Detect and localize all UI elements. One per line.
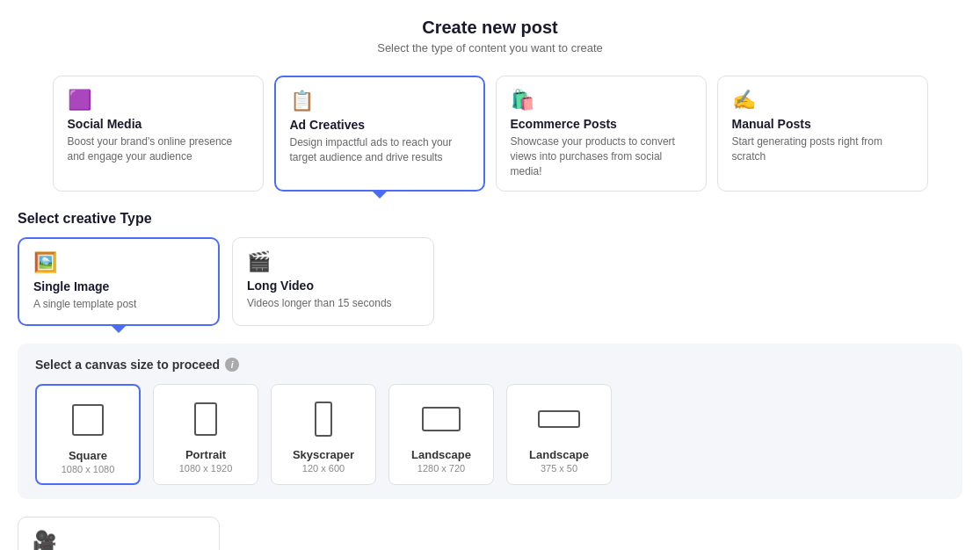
creative-type-desc-single-image: A single template post — [33, 297, 204, 312]
canvas-dims-landscape-thin: 375 x 50 — [541, 463, 577, 474]
page-subtitle: Select the type of content you want to c… — [0, 41, 980, 54]
post-type-desc-social-media: Boost your brand's online presence and e… — [68, 134, 249, 164]
short-video-icon: 🎥 — [33, 530, 205, 550]
canvas-dims-portrait: 1080 x 1920 — [179, 463, 233, 474]
canvas-dims-skyscraper: 120 x 600 — [302, 463, 345, 474]
canvas-card-landscape-wide[interactable]: Landscape 1280 x 720 — [388, 384, 494, 485]
canvas-shape-landscape-thin — [537, 397, 581, 441]
creative-type-card-single-image[interactable]: 🖼️ Single Image A single template post — [18, 237, 220, 326]
post-type-icon-social-media: 🟪 — [68, 89, 249, 112]
short-video-section: 🎥 Short Video Quick videos up to 15 seco… — [0, 508, 980, 550]
post-type-icon-ecommerce-posts: 🛍️ — [511, 89, 692, 112]
canvas-section-title: Select a canvas size to proceed i — [35, 358, 945, 372]
post-type-desc-ad-creatives: Design impactful ads to reach your targe… — [290, 135, 469, 165]
canvas-shape-skyscraper — [301, 397, 345, 441]
canvas-card-square[interactable]: Square 1080 x 1080 — [35, 384, 141, 485]
canvas-name-portrait: Portrait — [185, 448, 226, 461]
canvas-options-row: Square 1080 x 1080 Portrait 1080 x 1920 … — [35, 384, 945, 485]
page-header: Create new post Select the type of conte… — [0, 0, 980, 63]
section-creative-type-title: Select creative Type — [0, 204, 980, 237]
creative-type-icon-long-video: 🎬 — [247, 250, 419, 273]
canvas-shape-square — [66, 398, 110, 442]
post-type-title-ad-creatives: Ad Creatives — [290, 118, 469, 132]
post-type-title-social-media: Social Media — [68, 117, 249, 131]
creative-type-title-long-video: Long Video — [247, 279, 419, 293]
canvas-card-portrait[interactable]: Portrait 1080 x 1920 — [153, 384, 258, 485]
post-type-card-ad-creatives[interactable]: 📋 Ad Creatives Design impactful ads to r… — [274, 76, 485, 192]
post-type-card-ecommerce-posts[interactable]: 🛍️ Ecommerce Posts Showcase your product… — [496, 76, 707, 192]
post-type-icon-ad-creatives: 📋 — [290, 90, 469, 112]
canvas-card-landscape-thin[interactable]: Landscape 375 x 50 — [506, 384, 612, 485]
short-video-card[interactable]: 🎥 Short Video Quick videos up to 15 seco… — [18, 517, 220, 550]
post-type-icon-manual-posts: ✍️ — [732, 89, 913, 112]
canvas-section: Select a canvas size to proceed i Square… — [18, 344, 962, 499]
post-type-desc-ecommerce-posts: Showcase your products to convert views … — [511, 134, 692, 178]
canvas-card-skyscraper[interactable]: Skyscraper 120 x 600 — [271, 384, 376, 485]
canvas-name-landscape-wide: Landscape — [411, 448, 471, 461]
info-icon: i — [225, 358, 239, 372]
post-type-desc-manual-posts: Start generating posts right from scratc… — [732, 134, 913, 164]
creative-type-row: 🖼️ Single Image A single template post 🎬… — [0, 237, 980, 335]
page-title: Create new post — [0, 18, 980, 38]
canvas-name-landscape-thin: Landscape — [529, 448, 589, 461]
canvas-shape-portrait — [184, 397, 228, 441]
canvas-name-square: Square — [69, 449, 107, 462]
post-type-title-ecommerce-posts: Ecommerce Posts — [511, 117, 692, 131]
creative-type-desc-long-video: Videos longer than 15 seconds — [247, 296, 419, 311]
canvas-dims-landscape-wide: 1280 x 720 — [417, 463, 465, 474]
creative-type-card-long-video[interactable]: 🎬 Long Video Videos longer than 15 secon… — [232, 237, 434, 326]
canvas-name-skyscraper: Skyscraper — [293, 448, 354, 461]
post-type-card-manual-posts[interactable]: ✍️ Manual Posts Start generating posts r… — [717, 76, 928, 192]
creative-type-icon-single-image: 🖼️ — [33, 251, 204, 274]
post-type-row: 🟪 Social Media Boost your brand's online… — [0, 63, 980, 204]
canvas-dims-square: 1080 x 1080 — [62, 464, 115, 474]
post-type-card-social-media[interactable]: 🟪 Social Media Boost your brand's online… — [53, 76, 264, 192]
creative-type-title-single-image: Single Image — [33, 279, 204, 293]
canvas-shape-landscape-wide — [419, 397, 463, 441]
post-type-title-manual-posts: Manual Posts — [732, 117, 913, 131]
